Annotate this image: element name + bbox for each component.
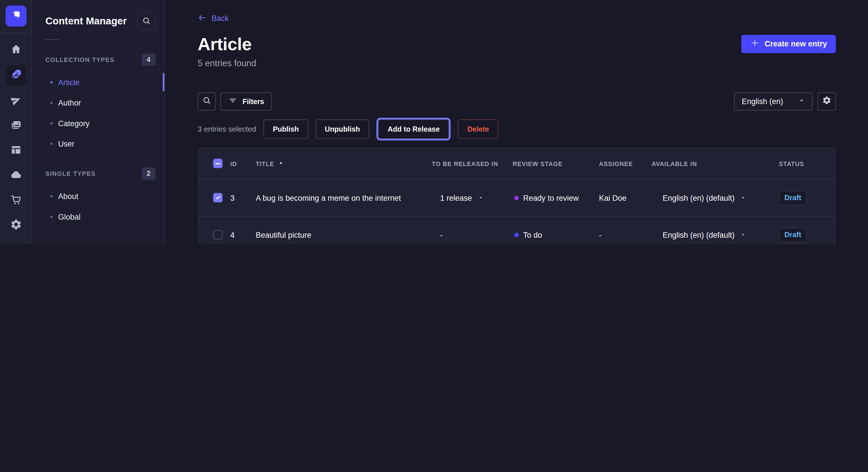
rail-item-cloud[interactable] <box>6 166 25 185</box>
cell-title: A bug is becoming a meme on the internet <box>251 193 427 202</box>
rail-item-content-manager[interactable] <box>6 65 26 85</box>
cloud-icon <box>10 168 22 182</box>
cell-id: 4 <box>226 230 251 239</box>
cart-icon <box>10 193 22 207</box>
filter-icon <box>228 96 238 107</box>
search-icon <box>202 96 212 107</box>
filters-label: Filters <box>243 97 264 105</box>
strapi-logo-icon <box>10 9 22 23</box>
arrow-left-icon <box>197 13 206 24</box>
sidebar-item-category[interactable]: Category <box>32 113 164 133</box>
rail-item-home[interactable] <box>6 40 25 59</box>
rail-item-settings[interactable] <box>6 216 25 235</box>
bullet-icon <box>50 195 53 197</box>
view-settings-button[interactable] <box>817 92 836 110</box>
bullet-icon <box>50 122 53 124</box>
page-title: Article <box>197 35 251 54</box>
sidebar-item-user[interactable]: User <box>32 133 164 154</box>
main-nav-rail: KD <box>0 0 32 245</box>
collection-types-section: COLLECTION TYPES 4 Article Author Catego… <box>32 53 164 154</box>
stage-dot-icon <box>515 233 519 237</box>
locale-selector[interactable]: English (en) <box>734 92 813 110</box>
bullet-icon <box>50 81 53 83</box>
strapi-logo[interactable] <box>5 5 26 26</box>
single-types-count-badge: 2 <box>142 167 156 179</box>
sidebar-item-label: User <box>58 139 74 148</box>
create-new-entry-button[interactable]: Create new entry <box>741 35 836 53</box>
home-icon <box>10 43 22 57</box>
rail-item-releases[interactable] <box>6 91 25 110</box>
plus-icon <box>750 38 760 49</box>
bullet-icon <box>50 215 53 217</box>
back-link[interactable]: Back <box>197 14 228 23</box>
images-icon <box>10 119 22 133</box>
bullet-icon <box>50 142 53 145</box>
cell-to-be-released-in[interactable]: 1 release <box>427 193 508 202</box>
chevron-down-icon <box>740 193 746 202</box>
column-header-status: STATUS <box>774 160 835 167</box>
delete-button[interactable]: Delete <box>458 119 498 138</box>
cell-review-stage: To do <box>508 230 594 239</box>
cell-assignee: Kai Doe <box>594 193 647 202</box>
content-manager-subnav: Content Manager COLLECTION TYPES 4 Artic… <box>32 0 165 245</box>
column-header-assignee: ASSIGNEE <box>594 160 647 167</box>
column-header-review-stage: REVIEW STAGE <box>508 160 594 167</box>
back-label: Back <box>212 14 229 23</box>
entries-table: ID TITLE TO BE RELEASED IN REVIEW STAGE … <box>197 147 836 245</box>
table-row[interactable]: 3A bug is becoming a meme on the interne… <box>198 179 835 216</box>
search-button[interactable] <box>197 92 216 110</box>
rail-item-content-type-builder[interactable] <box>6 141 25 160</box>
sidebar-item-about[interactable]: About <box>32 186 164 206</box>
check-icon <box>214 193 221 202</box>
sidebar-item-article[interactable]: Article <box>32 72 164 92</box>
subnav-search-button[interactable] <box>137 12 156 30</box>
column-header-id[interactable]: ID <box>226 160 251 167</box>
sidebar-item-author[interactable]: Author <box>32 92 164 113</box>
single-types-section: SINGLE TYPES 2 About Global <box>32 167 164 227</box>
chevron-down-icon <box>477 193 484 202</box>
sidebar-item-label: About <box>58 192 79 200</box>
selection-summary: 3 entries selected <box>197 125 256 133</box>
section-label: COLLECTION TYPES <box>45 57 115 63</box>
table-row[interactable]: 4Beautiful picture-To do-English (en) (d… <box>198 216 835 245</box>
chevron-down-icon <box>740 230 746 239</box>
subnav-title: Content Manager <box>45 15 127 27</box>
bullet-icon <box>50 102 53 104</box>
cell-title: Beautiful picture <box>251 230 427 239</box>
column-header-to-be-released-in: TO BE RELEASED IN <box>427 160 508 167</box>
cell-status: Draft <box>774 228 835 242</box>
layout-icon <box>10 143 22 157</box>
paper-plane-icon <box>10 94 22 107</box>
row-checkbox[interactable] <box>213 230 222 239</box>
selection-actions-bar: 3 entries selected Publish Unpublish Add… <box>197 119 836 138</box>
entries-count: 5 entries found <box>197 58 836 69</box>
column-header-title[interactable]: TITLE <box>251 160 427 167</box>
row-checkbox[interactable] <box>213 193 222 202</box>
sort-ascending-icon <box>278 160 284 167</box>
main-content: Back Article Create new entry 5 entries … <box>165 0 868 245</box>
table-body: 3A bug is becoming a meme on the interne… <box>198 179 835 245</box>
filters-button[interactable]: Filters <box>220 92 272 110</box>
locale-selected-value: English (en) <box>742 97 783 105</box>
unpublish-button[interactable]: Unpublish <box>315 119 369 138</box>
cell-to-be-released-in: - <box>427 230 508 239</box>
cell-review-stage: Ready to review <box>508 193 594 202</box>
sidebar-item-global[interactable]: Global <box>32 206 164 227</box>
sidebar-item-label: Article <box>58 78 80 87</box>
cell-assignee: - <box>594 230 647 239</box>
rail-item-media-library[interactable] <box>6 116 25 135</box>
collection-types-count-badge: 4 <box>142 54 156 66</box>
feather-icon <box>10 68 22 82</box>
select-all-checkbox[interactable] <box>213 159 222 168</box>
cell-available-in[interactable]: English (en) (default) <box>647 193 774 202</box>
add-to-release-button[interactable]: Add to Release <box>378 119 449 138</box>
table-header-row: ID TITLE TO BE RELEASED IN REVIEW STAGE … <box>198 148 835 179</box>
list-toolbar: Filters English (en) <box>197 92 836 110</box>
indeterminate-icon <box>215 163 220 164</box>
publish-button[interactable]: Publish <box>264 119 308 138</box>
cell-available-in[interactable]: English (en) (default) <box>647 230 774 239</box>
stage-dot-icon <box>515 196 519 200</box>
rail-item-marketplace[interactable] <box>6 191 25 210</box>
chevron-down-icon <box>798 97 805 105</box>
gear-icon <box>822 96 832 107</box>
